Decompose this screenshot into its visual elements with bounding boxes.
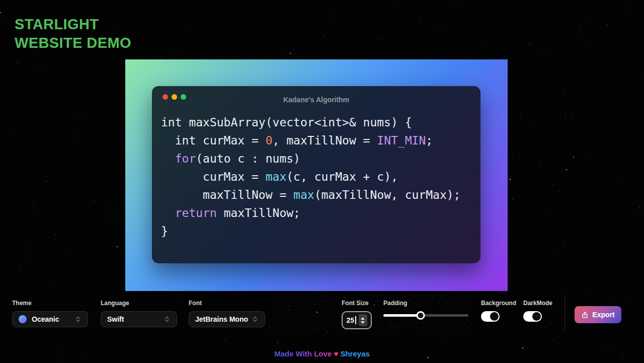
language-label: Language	[101, 300, 177, 307]
language-select[interactable]: Swift	[101, 311, 177, 327]
background-control: Background	[481, 300, 516, 322]
page-title-line2: WEBSITE DEMO	[15, 34, 131, 52]
code-token	[161, 206, 175, 220]
code-token	[161, 152, 175, 165]
chevron-up-down-icon	[164, 316, 171, 323]
code-line: }	[161, 222, 471, 240]
code-token: }	[161, 225, 168, 238]
footer-made-text: Made With Love	[274, 349, 332, 358]
step-down-icon[interactable]	[361, 321, 365, 324]
slider-thumb[interactable]	[417, 311, 425, 320]
slider-fill	[383, 314, 421, 317]
padding-slider[interactable]	[383, 311, 468, 320]
font-size-input[interactable]: 25	[342, 311, 372, 329]
code-line: int curMax = 0, maxTillNow = INT_MIN;	[161, 131, 471, 150]
traffic-lights	[163, 94, 186, 100]
theme-select[interactable]: Oceanic	[12, 311, 88, 327]
code-token: ;	[426, 134, 433, 147]
darkmode-toggle[interactable]	[523, 311, 542, 322]
language-value: Swift	[107, 315, 164, 323]
font-size-control: Font Size 25	[342, 300, 372, 329]
code-line: int maxSubArray(vector<int>& nums) {	[161, 113, 471, 131]
page-title: STARLIGHT WEBSITE DEMO	[15, 15, 131, 52]
code-token: return	[175, 206, 217, 220]
code-line: for(auto c : nums)	[161, 150, 471, 168]
font-label: Font	[189, 300, 265, 307]
text-caret	[355, 316, 356, 324]
code-window-titlebar: Kadane's Algorithm	[152, 86, 480, 109]
theme-control: Theme Oceanic	[12, 300, 88, 327]
code-line: return maxTillNow;	[161, 204, 471, 222]
font-value: JetBrains Mono	[195, 315, 252, 323]
darkmode-control: DarkMode	[523, 300, 552, 322]
background-label: Background	[481, 300, 516, 307]
footer-author-link[interactable]: Shreyas	[340, 349, 369, 358]
code-token: maxTillNow;	[217, 206, 300, 220]
font-select[interactable]: JetBrains Mono	[189, 311, 265, 327]
export-button[interactable]: Export	[575, 306, 621, 323]
chevron-up-down-icon	[252, 316, 259, 323]
gradient-circle-icon	[19, 315, 27, 323]
padding-label: Padding	[383, 300, 468, 307]
code-token: (auto c : nums)	[196, 152, 300, 165]
chevron-up-down-icon	[74, 316, 82, 323]
theme-value: Oceanic	[32, 315, 74, 323]
code-line: maxTillNow = max(maxTillNow, curMax);	[161, 186, 471, 204]
code-token: , maxTillNow =	[273, 134, 377, 147]
toggle-knob	[532, 312, 541, 321]
step-up-icon[interactable]	[361, 317, 365, 320]
code-token: (c, curMax + c),	[286, 170, 398, 183]
darkmode-label: DarkMode	[523, 300, 552, 307]
code-token: INT_MIN	[377, 134, 426, 147]
background-toggle[interactable]	[481, 311, 500, 322]
font-size-label: Font Size	[342, 300, 372, 307]
footer: Made With Love ♥ Shreyas	[0, 349, 644, 358]
code-token: maxTillNow =	[161, 188, 293, 201]
close-icon[interactable]	[163, 94, 168, 100]
code-token: curMax =	[161, 170, 266, 183]
gradient-preview-card: Kadane's Algorithm int maxSubArray(vecto…	[125, 59, 508, 291]
share-up-arrow-icon	[581, 311, 589, 319]
maximize-icon[interactable]	[181, 94, 186, 100]
code-token: for	[175, 152, 196, 165]
code-window: Kadane's Algorithm int maxSubArray(vecto…	[152, 86, 480, 263]
code-token: int maxSubArray(vector<int>& nums) {	[161, 116, 412, 129]
code-token: max	[293, 188, 314, 201]
code-token: max	[266, 170, 287, 183]
font-size-value: 25	[346, 316, 354, 324]
toolbar-divider	[565, 296, 565, 330]
theme-label: Theme	[12, 300, 88, 307]
code-token: (maxTillNow, curMax);	[314, 188, 461, 201]
export-label: Export	[592, 311, 614, 319]
stepper-arrows-icon[interactable]	[359, 314, 367, 326]
language-control: Language Swift	[101, 300, 177, 327]
code-token: int curMax =	[161, 134, 266, 147]
code-window-title: Kadane's Algorithm	[283, 92, 349, 104]
page-title-line1: STARLIGHT	[15, 15, 131, 34]
settings-toolbar: Theme Oceanic Language Swift Font JetBra…	[0, 292, 644, 335]
code-token: 0	[266, 134, 273, 147]
heart-icon: ♥	[334, 349, 338, 358]
font-control: Font JetBrains Mono	[189, 300, 265, 327]
code-editor[interactable]: int maxSubArray(vector<int>& nums) { int…	[152, 109, 480, 240]
code-line: curMax = max(c, curMax + c),	[161, 168, 471, 186]
padding-control: Padding	[383, 300, 468, 320]
minimize-icon[interactable]	[172, 94, 177, 100]
toggle-knob	[490, 312, 499, 321]
